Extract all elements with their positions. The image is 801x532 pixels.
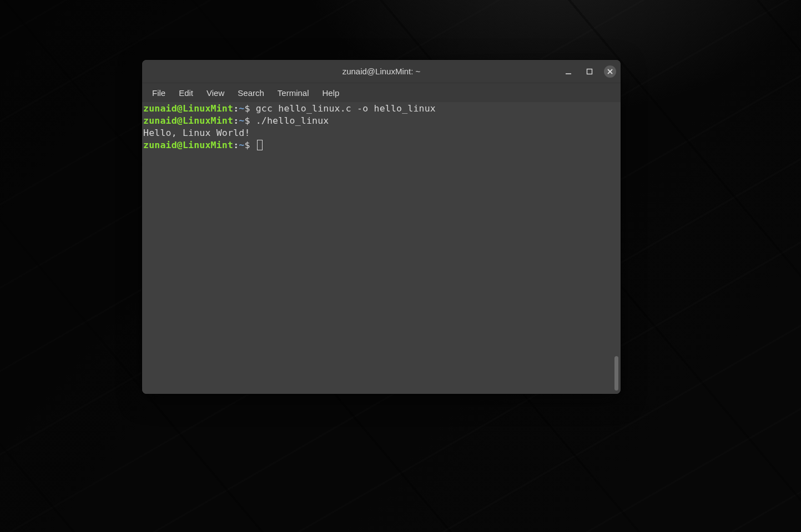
minimize-icon bbox=[565, 68, 572, 75]
prompt-user: zunaid@LinuxMint bbox=[143, 115, 233, 126]
terminal-window: zunaid@LinuxMint: ~ File Edit V bbox=[142, 60, 621, 394]
terminal-output-line: Hello, Linux World! bbox=[143, 127, 619, 139]
prompt-symbol: $ bbox=[244, 140, 250, 150]
prompt-command bbox=[250, 140, 256, 150]
terminal-area[interactable]: zunaid@LinuxMint:~$ gcc hello_linux.c -o… bbox=[142, 102, 621, 394]
prompt-user: zunaid@LinuxMint bbox=[143, 103, 233, 114]
menu-view[interactable]: View bbox=[200, 85, 231, 100]
close-icon bbox=[607, 69, 613, 74]
terminal-content[interactable]: zunaid@LinuxMint:~$ gcc hello_linux.c -o… bbox=[142, 102, 621, 152]
window-title: zunaid@LinuxMint: ~ bbox=[342, 67, 421, 76]
prompt-symbol: $ bbox=[244, 103, 250, 114]
menu-terminal[interactable]: Terminal bbox=[271, 85, 316, 100]
prompt-user: zunaid@LinuxMint bbox=[143, 140, 233, 150]
menu-file[interactable]: File bbox=[145, 85, 172, 100]
prompt-path: ~ bbox=[239, 115, 244, 126]
terminal-line: zunaid@LinuxMint:~$ bbox=[143, 139, 619, 151]
terminal-line: zunaid@LinuxMint:~$ ./hello_linux bbox=[143, 115, 619, 127]
menubar: File Edit View Search Terminal Help bbox=[142, 83, 621, 102]
prompt-symbol: $ bbox=[244, 115, 250, 126]
menu-edit[interactable]: Edit bbox=[172, 85, 200, 100]
prompt-path: ~ bbox=[239, 103, 244, 114]
window-controls bbox=[562, 65, 616, 78]
menu-help[interactable]: Help bbox=[316, 85, 346, 100]
prompt-separator: : bbox=[233, 103, 239, 114]
prompt-command: gcc hello_linux.c -o hello_linux bbox=[250, 103, 436, 114]
cursor bbox=[257, 140, 263, 150]
menu-search[interactable]: Search bbox=[231, 85, 271, 100]
prompt-command: ./hello_linux bbox=[250, 115, 329, 126]
minimize-button[interactable] bbox=[562, 65, 575, 78]
terminal-line: zunaid@LinuxMint:~$ gcc hello_linux.c -o… bbox=[143, 103, 619, 115]
window-titlebar[interactable]: zunaid@LinuxMint: ~ bbox=[142, 60, 621, 83]
svg-rect-1 bbox=[587, 69, 592, 74]
scrollbar-thumb[interactable] bbox=[614, 356, 618, 391]
prompt-path: ~ bbox=[239, 140, 244, 150]
prompt-separator: : bbox=[233, 115, 239, 126]
prompt-separator: : bbox=[233, 140, 239, 150]
maximize-icon bbox=[586, 68, 593, 75]
close-button[interactable] bbox=[604, 65, 616, 78]
maximize-button[interactable] bbox=[583, 65, 596, 78]
